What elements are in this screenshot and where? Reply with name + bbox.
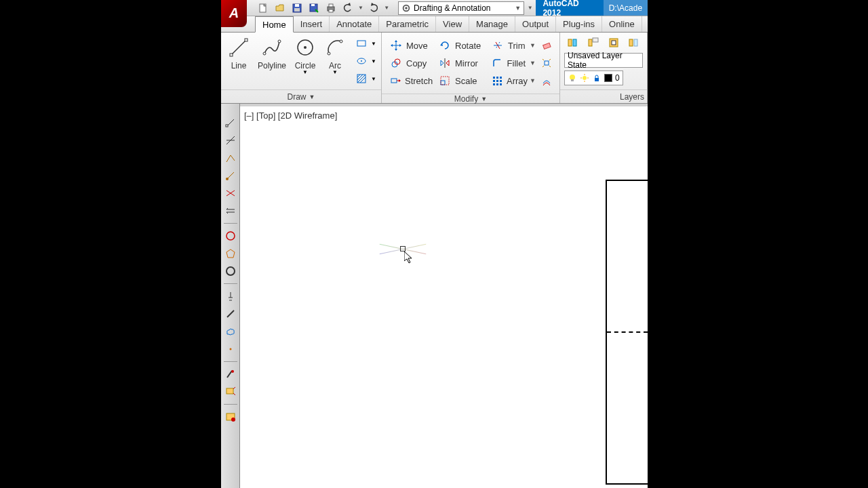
arc-button[interactable]: Arc ▼ <box>320 35 350 77</box>
array-dropdown[interactable]: ▼ <box>530 77 538 84</box>
stretch-button[interactable]: Stretch <box>386 73 435 88</box>
svg-rect-53 <box>493 77 495 79</box>
tool-revision-cloud-icon[interactable] <box>224 325 237 338</box>
chevron-down-icon[interactable]: ▼ <box>370 35 377 52</box>
layer-state-field[interactable]: Unsaved Layer State <box>564 53 643 68</box>
viewport-label[interactable]: [–] [Top] [2D Wireframe] <box>244 110 337 121</box>
separator <box>224 361 237 362</box>
rectangle-button[interactable] <box>353 35 370 52</box>
layer-properties-button[interactable] <box>564 35 582 51</box>
fillet-dropdown[interactable]: ▼ <box>530 60 538 66</box>
tool-line2-icon[interactable] <box>224 307 237 321</box>
stretch-icon <box>390 75 401 87</box>
tool-region-icon[interactable] <box>224 385 237 399</box>
trim-button[interactable]: Trim <box>488 38 530 53</box>
qat-save-icon[interactable] <box>290 1 304 15</box>
hatch-button[interactable] <box>353 70 370 87</box>
array-button[interactable]: Array <box>488 73 530 88</box>
bulb-icon <box>568 73 577 83</box>
tool-donut-icon[interactable] <box>224 264 237 278</box>
svg-rect-79 <box>226 125 228 127</box>
qat-new-icon[interactable] <box>256 1 270 15</box>
array-icon <box>492 75 502 87</box>
tool-line-icon[interactable] <box>224 116 237 129</box>
layer-current-field[interactable]: 0 <box>564 70 623 85</box>
panel-title-modify[interactable]: Modify▼ <box>382 94 559 104</box>
tool-ray-icon[interactable] <box>224 169 237 182</box>
tool-polygon-icon[interactable] <box>224 247 237 260</box>
layer-isolate-button[interactable] <box>605 35 623 51</box>
left-toolbar <box>221 104 240 488</box>
tab-annotate[interactable]: Annotate <box>330 16 379 32</box>
qat-redo-dropdown-icon[interactable]: ▼ <box>384 1 391 15</box>
tool-polyline-icon[interactable] <box>224 151 237 165</box>
svg-point-19 <box>304 46 307 49</box>
svg-rect-49 <box>391 79 397 83</box>
tab-plugins[interactable]: Plug-ins <box>556 16 602 32</box>
svg-point-21 <box>340 40 342 43</box>
tab-online[interactable]: Online <box>602 16 642 32</box>
panel-title-draw[interactable]: Draw▼ <box>221 89 381 103</box>
arc-icon <box>324 37 346 58</box>
offset-button[interactable] <box>538 75 555 86</box>
tab-manage[interactable]: Manage <box>469 16 515 32</box>
tab-home[interactable]: Home <box>255 16 294 33</box>
circle-button[interactable]: Circle ▼ <box>290 35 320 77</box>
fillet-button[interactable]: Fillet <box>488 56 530 70</box>
drawing-canvas[interactable]: [–] [Top] [2D Wireframe] <box>240 106 648 488</box>
tool-point-icon[interactable] <box>224 342 237 356</box>
drawing-object[interactable] <box>606 180 648 485</box>
tool-break-icon[interactable] <box>224 186 237 200</box>
explode-button[interactable] <box>538 58 555 68</box>
tab-parametric[interactable]: Parametric <box>379 16 436 32</box>
tool-hatch-icon[interactable] <box>224 367 237 381</box>
polyline-button[interactable]: Polyline <box>254 35 290 72</box>
trim-dropdown[interactable]: ▼ <box>530 42 538 49</box>
svg-line-46 <box>549 59 551 60</box>
move-button[interactable]: Move <box>386 38 435 53</box>
svg-rect-14 <box>230 54 233 56</box>
qat-open-icon[interactable] <box>273 1 287 15</box>
tab-output[interactable]: Output <box>515 16 556 32</box>
app-logo[interactable]: A <box>221 0 247 27</box>
mirror-button[interactable]: Mirror <box>435 56 488 70</box>
tab-view[interactable]: View <box>436 16 469 32</box>
qat-undo-dropdown-icon[interactable]: ▼ <box>357 1 364 15</box>
svg-rect-38 <box>543 43 551 49</box>
rotate-button[interactable]: Rotate <box>435 38 488 53</box>
tool-spline-icon[interactable] <box>224 289 237 303</box>
copy-icon <box>390 57 402 69</box>
chevron-down-icon: ▼ <box>515 5 521 12</box>
panel-title-layers[interactable]: Layers <box>560 89 647 103</box>
color-swatch <box>604 74 612 82</box>
tool-table-icon[interactable] <box>224 410 237 424</box>
chevron-down-icon[interactable]: ▼ <box>370 70 377 87</box>
qat-saveas-icon[interactable] <box>307 1 321 15</box>
svg-marker-97 <box>404 251 412 263</box>
line-button[interactable]: Line <box>224 35 254 72</box>
svg-rect-56 <box>493 80 495 82</box>
qat-print-icon[interactable] <box>323 1 338 15</box>
workspace-flyout-icon[interactable]: ▼ <box>526 1 534 15</box>
workspace-selector[interactable]: Drafting & Annotation ▼ <box>398 1 524 15</box>
tool-circle-icon[interactable] <box>224 229 237 243</box>
scale-button[interactable]: Scale <box>435 73 488 88</box>
chevron-down-icon[interactable]: ▼ <box>370 53 377 69</box>
svg-rect-22 <box>357 41 366 46</box>
tool-construction-line-icon[interactable] <box>224 134 237 147</box>
svg-line-27 <box>357 75 363 80</box>
title-bar: A ▼ ▼ Drafting & A <box>221 0 648 16</box>
qat-undo-icon[interactable] <box>340 1 355 15</box>
lock-icon <box>592 73 601 83</box>
svg-point-91 <box>231 370 234 373</box>
tab-insert[interactable]: Insert <box>294 16 330 32</box>
ellipse-button[interactable] <box>353 53 370 69</box>
copy-button[interactable]: Copy <box>386 56 435 70</box>
layer-freeze-button[interactable] <box>625 35 643 51</box>
svg-rect-2 <box>295 4 299 7</box>
qat-redo-icon[interactable] <box>367 1 381 15</box>
product-title: AutoCAD 2012 <box>536 0 603 16</box>
erase-button[interactable] <box>538 40 555 51</box>
tool-multiline-icon[interactable] <box>224 204 237 218</box>
layer-states-button[interactable] <box>585 35 602 51</box>
